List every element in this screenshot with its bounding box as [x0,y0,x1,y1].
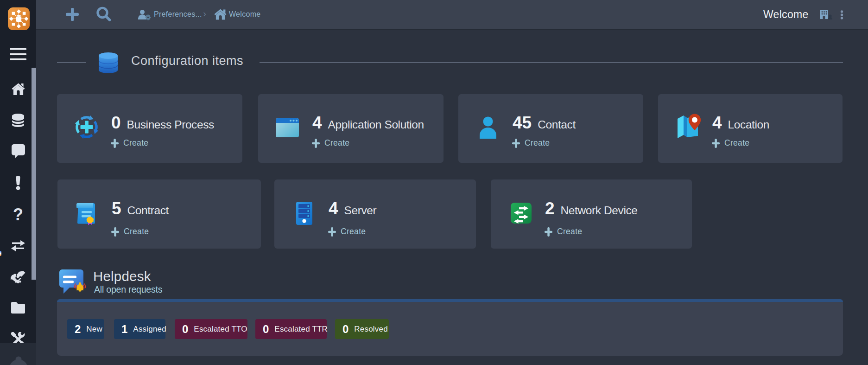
svg-text:?: ? [13,208,23,223]
